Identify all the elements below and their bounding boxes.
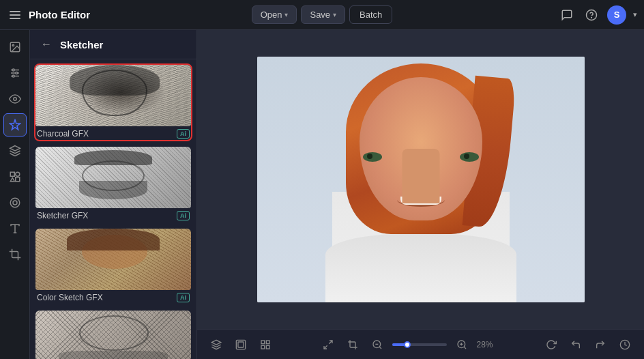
panel-header: ← Sketcher xyxy=(30,30,196,59)
layers-tool-button[interactable] xyxy=(207,336,226,354)
svg-rect-15 xyxy=(15,177,19,182)
topbar-left: Photo Editor xyxy=(7,8,252,22)
neck xyxy=(402,149,439,203)
sidebar-icon-image[interactable] xyxy=(3,35,27,59)
svg-point-10 xyxy=(13,98,16,101)
history-button[interactable] xyxy=(615,336,634,354)
sidebar-icon-crop[interactable] xyxy=(3,243,27,266)
panel-items: Charcoal GFX Ai xyxy=(30,59,196,359)
zoom-slider-thumb xyxy=(404,341,411,348)
svg-line-30 xyxy=(379,347,381,349)
ai-badge-charcoal-gfx: Ai xyxy=(177,129,190,139)
undo-button[interactable] xyxy=(566,336,585,354)
zoom-slider[interactable] xyxy=(392,343,447,346)
effect-label-color-sketch-gfx: Color Sketch GFX xyxy=(37,293,103,302)
chat-icon[interactable] xyxy=(558,6,576,24)
effect-item-color-sketch-gfx[interactable]: Color Sketch GFX Ai xyxy=(35,229,191,304)
eye-left xyxy=(363,152,382,162)
bottom-toolbar-right xyxy=(542,336,634,354)
effects-panel: ← Sketcher Charcoal xyxy=(30,30,197,359)
back-button[interactable]: ← xyxy=(38,37,55,52)
sidebar-icon-adjust[interactable] xyxy=(3,61,27,85)
svg-point-9 xyxy=(12,75,14,77)
topbar-center: Open ▾ Save ▾ Batch xyxy=(252,5,393,24)
open-button[interactable]: Open ▾ xyxy=(252,5,297,24)
sidebar-icons xyxy=(0,30,30,359)
open-dropdown-arrow: ▾ xyxy=(284,11,288,18)
svg-point-16 xyxy=(10,198,20,207)
sidebar-icon-layers[interactable] xyxy=(3,139,27,162)
topbar-right: S ▾ xyxy=(392,5,637,25)
svg-marker-20 xyxy=(211,340,220,345)
ai-badge-sketcher-gfx: Ai xyxy=(177,211,190,220)
effect-thumb-sketcher-gfx xyxy=(35,147,191,208)
help-icon[interactable] xyxy=(583,6,600,24)
effect-item-cross-hatch-gfx[interactable]: Cross Hatch GFX Ai xyxy=(35,311,191,359)
bottom-toolbar-left xyxy=(207,336,275,354)
effect-label-row-charcoal-gfx: Charcoal GFX Ai xyxy=(35,126,191,140)
svg-marker-14 xyxy=(10,178,14,182)
svg-point-13 xyxy=(15,172,19,176)
panel-title: Sketcher xyxy=(60,39,103,51)
main-area: ← Sketcher Charcoal xyxy=(0,30,644,359)
svg-marker-11 xyxy=(10,146,20,152)
eye-right xyxy=(460,152,479,162)
svg-line-33 xyxy=(464,347,466,349)
effect-thumb-color-sketch-gfx xyxy=(35,229,191,290)
sidebar-icon-effects[interactable] xyxy=(3,113,27,137)
save-dropdown-arrow: ▾ xyxy=(333,11,336,18)
effect-thumb-cross-hatch-gfx xyxy=(35,311,191,359)
svg-rect-22 xyxy=(238,342,244,347)
canvas-main xyxy=(197,30,644,329)
svg-rect-25 xyxy=(261,345,265,349)
svg-point-17 xyxy=(13,201,17,205)
ai-badge-color-sketch-gfx: Ai xyxy=(177,293,190,302)
svg-point-8 xyxy=(15,72,17,74)
grid-tool-button[interactable] xyxy=(256,336,275,354)
zoom-percent: 28% xyxy=(477,340,499,349)
svg-rect-12 xyxy=(10,172,14,176)
svg-rect-26 xyxy=(266,345,269,349)
save-button[interactable]: Save ▾ xyxy=(301,5,345,24)
effect-label-row-sketcher-gfx: Sketcher GFX Ai xyxy=(35,208,191,222)
avatar[interactable]: S xyxy=(607,5,626,25)
zoom-in-button[interactable] xyxy=(452,336,471,354)
svg-point-7 xyxy=(12,69,14,71)
rotate-button[interactable] xyxy=(542,336,561,354)
fit-button[interactable] xyxy=(319,336,338,354)
avatar-dropdown-arrow[interactable]: ▾ xyxy=(633,10,637,19)
menu-button[interactable] xyxy=(7,8,23,22)
sidebar-icon-text[interactable] xyxy=(3,217,27,240)
effect-item-sketcher-gfx[interactable]: Sketcher GFX Ai xyxy=(35,147,191,222)
bottom-toolbar: 28% xyxy=(197,329,644,359)
app-title: Photo Editor xyxy=(29,9,90,20)
effect-label-charcoal-gfx: Charcoal GFX xyxy=(37,129,89,139)
svg-point-3 xyxy=(12,44,14,46)
sidebar-icon-filters[interactable] xyxy=(3,191,27,214)
photo-canvas xyxy=(257,57,585,302)
bottom-toolbar-center: 28% xyxy=(275,336,542,354)
zoom-out-button[interactable] xyxy=(368,336,387,354)
canvas-area: 28% xyxy=(197,30,644,359)
svg-line-28 xyxy=(324,345,327,349)
photo-image xyxy=(257,57,585,302)
batch-button[interactable]: Batch xyxy=(349,5,392,24)
svg-rect-24 xyxy=(266,341,269,344)
crop-view-button[interactable] xyxy=(343,336,362,354)
redo-button[interactable] xyxy=(591,336,610,354)
topbar: Photo Editor Open ▾ Save ▾ Batch S ▾ xyxy=(0,0,644,30)
effect-label-row-color-sketch-gfx: Color Sketch GFX Ai xyxy=(35,290,191,304)
frame-tool-button[interactable] xyxy=(231,336,250,354)
svg-line-27 xyxy=(329,341,332,344)
sidebar-icon-shapes[interactable] xyxy=(3,165,27,188)
svg-rect-23 xyxy=(261,341,265,344)
effect-thumb-charcoal-gfx xyxy=(35,65,191,126)
sidebar-icon-view[interactable] xyxy=(3,87,27,111)
effect-label-sketcher-gfx: Sketcher GFX xyxy=(37,211,88,220)
effect-item-charcoal-gfx[interactable]: Charcoal GFX Ai xyxy=(35,65,191,140)
